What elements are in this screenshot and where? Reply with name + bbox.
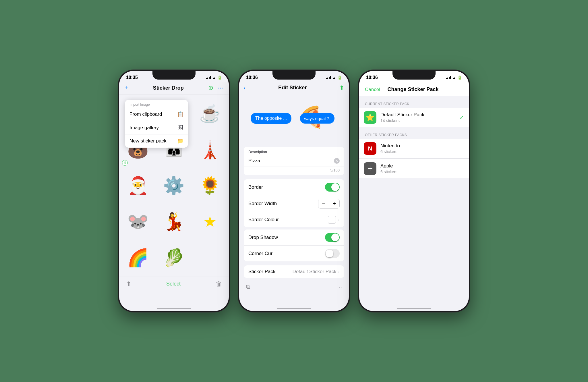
bubble-suffix: ... bbox=[283, 116, 287, 121]
sticker-cell-8[interactable]: ⚙️ bbox=[156, 168, 192, 203]
more-options-button[interactable]: ··· bbox=[218, 84, 223, 92]
stepper-plus[interactable]: + bbox=[329, 199, 339, 208]
notch-1 bbox=[152, 71, 196, 80]
toggle-thumb-shadow bbox=[331, 234, 339, 241]
signal-icon-3 bbox=[446, 76, 451, 79]
apple-pack-name: Apple bbox=[380, 163, 464, 169]
sticker-cell-3[interactable]: ☕ bbox=[192, 96, 228, 131]
dropdown-menu: Import Image From clipboard 📋 Image gall… bbox=[125, 100, 188, 148]
apple-pack-info: Apple 6 stickers bbox=[380, 163, 464, 174]
border-toggle[interactable] bbox=[325, 183, 340, 192]
corner-curl-row: Corner Curl bbox=[244, 245, 344, 261]
sticker-cell-15[interactable] bbox=[192, 240, 228, 275]
toggle-thumb-curl bbox=[326, 250, 333, 257]
border-colour-row[interactable]: Border Colour › bbox=[244, 212, 344, 227]
drop-shadow-toggle[interactable] bbox=[325, 233, 340, 242]
phone-2-screen: 10:36 ▲ 🔋 ‹ Edit Sticker ⬆ bbox=[239, 71, 349, 311]
app-title: Sticker Drop bbox=[153, 85, 184, 91]
phone-2: 10:36 ▲ 🔋 ‹ Edit Sticker ⬆ bbox=[238, 70, 350, 312]
back-button[interactable]: ‹ bbox=[244, 84, 246, 91]
dropdown-section-label: Import Image bbox=[125, 100, 188, 108]
more-button[interactable]: ··· bbox=[337, 283, 342, 290]
spacer3 bbox=[239, 227, 349, 229]
nav-bar-1: + Sticker Drop ⊕ ··· bbox=[119, 82, 229, 95]
edit-title: Edit Sticker bbox=[278, 85, 307, 91]
border-width-stepper: − + bbox=[318, 199, 340, 209]
sticker-cell-7[interactable]: 🎅 bbox=[120, 168, 156, 203]
folder-icon: 📁 bbox=[177, 138, 183, 144]
new-sticker-pack-label: New sticker pack bbox=[129, 138, 166, 144]
clear-button[interactable]: ✕ bbox=[334, 158, 340, 164]
color-swatch[interactable] bbox=[328, 216, 336, 224]
notch-2 bbox=[272, 71, 316, 80]
effects-section: Drop Shadow Corner Curl bbox=[244, 229, 344, 261]
home-indicator-3 bbox=[397, 308, 431, 309]
drop-shadow-label: Drop Shadow bbox=[248, 235, 278, 240]
phone-1: 10:35 ▲ 🔋 + Sticker Drop ⊕ bbox=[118, 70, 230, 312]
default-pack-item[interactable]: ⭐ Default Sticker Pack 14 stickers ✓ bbox=[359, 108, 469, 127]
sticker-pack-label: Sticker Pack bbox=[248, 269, 275, 275]
home-indicator-1 bbox=[157, 308, 191, 309]
border-label: Border bbox=[248, 184, 263, 190]
apple-pack-item[interactable]: Apple 6 stickers bbox=[359, 159, 469, 178]
sticker-cell-10[interactable]: 🐭 bbox=[120, 204, 156, 239]
border-colour-label: Border Colour bbox=[248, 217, 279, 223]
sticker-cell-11[interactable]: 💃 bbox=[156, 204, 192, 239]
image-gallery-item[interactable]: Image gallery 🖼 bbox=[125, 121, 188, 134]
description-label: Description bbox=[244, 147, 344, 155]
toggle-thumb-border bbox=[331, 183, 339, 191]
spacer2 bbox=[239, 177, 349, 179]
sticker-cell-9[interactable]: 🌻 bbox=[192, 168, 228, 203]
border-section: Border Border Width − + bbox=[244, 179, 344, 227]
share-button[interactable]: ⬆ bbox=[126, 280, 131, 288]
colour-controls: › bbox=[328, 216, 340, 224]
bottom-toolbar-1: ⬆ Select 🗑 bbox=[119, 277, 229, 294]
apple-pack-icon bbox=[364, 162, 376, 175]
stepper-minus[interactable]: − bbox=[318, 199, 329, 208]
spacer4 bbox=[239, 261, 349, 264]
spacer1 bbox=[239, 143, 349, 145]
add-sticker-button[interactable]: ⊕ bbox=[208, 84, 213, 92]
delete-button[interactable]: 🗑 bbox=[216, 280, 222, 288]
nintendo-pack-count: 6 stickers bbox=[380, 149, 464, 154]
corner-curl-label: Corner Curl bbox=[248, 251, 274, 256]
sticker-pack-chevron: › bbox=[338, 269, 340, 274]
drop-shadow-row: Drop Shadow bbox=[244, 229, 344, 245]
sticker-cell-12[interactable]: ★ bbox=[192, 204, 228, 239]
new-sticker-pack-item[interactable]: New sticker pack 📁 bbox=[125, 134, 188, 148]
current-section-header: CURRENT STICKER PACK bbox=[359, 96, 469, 108]
description-input[interactable] bbox=[248, 158, 334, 164]
select-button[interactable]: Select bbox=[166, 281, 181, 287]
status-icons-3: ▲ 🔋 bbox=[446, 76, 462, 80]
sheet-title: Change Sticker Pack bbox=[387, 86, 438, 92]
notch-3 bbox=[392, 71, 436, 80]
nintendo-pack-icon: N bbox=[364, 142, 376, 155]
border-toggle-row: Border bbox=[244, 179, 344, 195]
sticker-cell-13[interactable]: 🌈 bbox=[120, 240, 156, 275]
from-clipboard-item[interactable]: From clipboard 📋 bbox=[125, 108, 188, 121]
nintendo-pack-info: Nintendo 6 stickers bbox=[380, 143, 464, 154]
cancel-button[interactable]: Cancel bbox=[365, 87, 380, 92]
message-bubble: The opposite ... bbox=[251, 113, 291, 124]
corner-curl-toggle[interactable] bbox=[325, 249, 340, 258]
sticker-cell-6[interactable]: 🗼 bbox=[192, 132, 228, 167]
add-button[interactable]: + bbox=[125, 84, 129, 92]
default-pack-name: Default Sticker Pack bbox=[380, 112, 459, 118]
battery-icon-3: 🔋 bbox=[457, 76, 462, 80]
signal-icon-1 bbox=[206, 76, 211, 79]
description-input-row: ✕ bbox=[244, 155, 344, 167]
chevron-icon: › bbox=[338, 217, 340, 222]
nintendo-pack-item[interactable]: N Nintendo 6 stickers bbox=[359, 139, 469, 159]
time-3: 10:36 bbox=[366, 75, 378, 80]
sticker-copy-button[interactable]: ⧉ bbox=[246, 283, 250, 290]
share-icon[interactable]: ⬆ bbox=[339, 84, 344, 91]
nintendo-pack-name: Nintendo bbox=[380, 143, 464, 149]
bubble-text: The opposite bbox=[255, 116, 282, 121]
apple-pack-count: 6 stickers bbox=[380, 169, 464, 174]
sticker-pack-row[interactable]: Sticker Pack Default Sticker Pack › bbox=[244, 265, 344, 278]
signal-icon-2 bbox=[326, 76, 331, 79]
edit-form: Description ✕ 5/100 Border bbox=[239, 143, 349, 280]
wifi-icon-3: ▲ bbox=[452, 76, 456, 80]
sticker-cell-14[interactable]: 🥬 bbox=[156, 240, 192, 275]
sticker-pack-value: Default Sticker Pack › bbox=[293, 269, 340, 275]
